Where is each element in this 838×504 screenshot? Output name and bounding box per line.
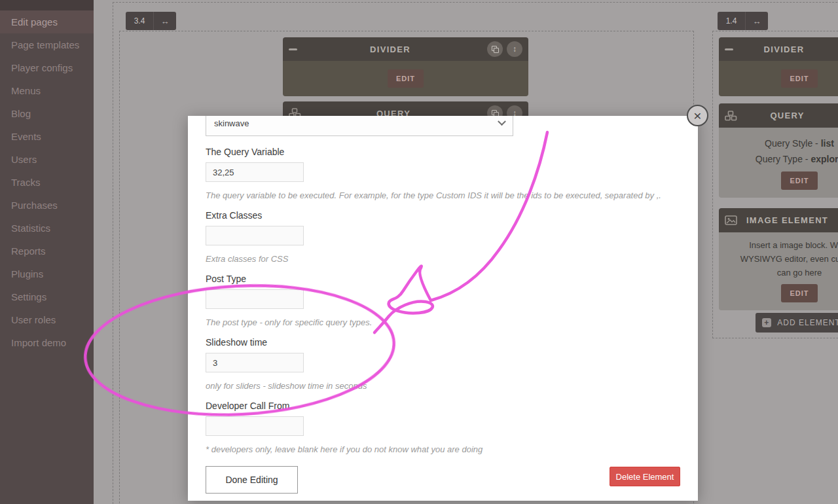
sidebar-item-events[interactable]: Events <box>0 125 94 148</box>
sidebar-top-strip <box>0 0 94 10</box>
select-value: skinwave <box>214 118 249 128</box>
developer-call-from-input[interactable] <box>206 416 304 436</box>
element-body: Query Style - list Query Type - explore … <box>719 128 838 198</box>
element-body: EDIT <box>283 61 528 96</box>
element-body: EDIT <box>719 61 838 96</box>
sidebar-item-blog[interactable]: Blog <box>0 102 94 125</box>
field-help-text: * developers only, leave blank here if y… <box>206 444 698 454</box>
image-icon <box>725 215 737 225</box>
edit-button[interactable]: EDIT <box>388 69 424 88</box>
field-help-text: The post type - only for specific query … <box>206 317 698 327</box>
field-label: Slideshow time <box>206 337 698 348</box>
element-body: Insert a image block. Write WYSIWYG edit… <box>719 232 838 310</box>
close-button[interactable]: × <box>687 105 708 126</box>
collapse-handle[interactable] <box>725 48 733 50</box>
query-style-select[interactable]: skinwave <box>206 116 513 136</box>
delete-element-button[interactable]: Delete Element <box>610 467 680 486</box>
element-title: DIVIDER <box>297 45 483 54</box>
field-group-post-type: Post Type The post type - only for speci… <box>206 274 698 327</box>
move-vertical-icon: ↕ <box>513 45 517 54</box>
query-variable-input[interactable] <box>206 162 304 182</box>
sidebar-item-menus[interactable]: Menus <box>0 79 94 102</box>
sidebar-item-purchases[interactable]: Purchases <box>0 194 94 217</box>
query-summary: Query Style - list Query Type - explore <box>719 128 838 167</box>
sidebar-item-users[interactable]: Users <box>0 148 94 171</box>
sidebar-item-import-demo[interactable]: Import demo <box>0 331 94 354</box>
image-element-right: IMAGE ELEMENT ↕ Insert a image block. Wr… <box>719 208 838 310</box>
sidebar-item-settings[interactable]: Settings <box>0 285 94 308</box>
edit-button[interactable]: EDIT <box>781 171 817 190</box>
add-element-label: ADD ELEMENT <box>777 318 838 327</box>
element-header: IMAGE ELEMENT ↕ <box>719 208 838 232</box>
column-width-value: 3.4 <box>126 16 153 26</box>
duplicate-button[interactable] <box>487 41 503 57</box>
divider-element-left: DIVIDER ↕ EDIT <box>283 37 528 96</box>
field-group-query-variable: The Query Variable The query variable to… <box>206 147 698 200</box>
element-title: QUERY <box>740 111 835 120</box>
element-title: DIVIDER <box>733 45 835 54</box>
sidebar-item-statistics[interactable]: Statistics <box>0 217 94 240</box>
column-resize-handle[interactable]: ↔ <box>746 16 768 26</box>
field-label: Extra Classes <box>206 210 698 221</box>
field-help-text: The query variable to be executed. For e… <box>206 190 698 200</box>
column-left-badge: 3.4 ↔ <box>126 12 176 30</box>
close-icon: × <box>693 109 701 122</box>
field-label: The Query Variable <box>206 147 698 157</box>
element-header: DIVIDER ↕ <box>283 37 528 61</box>
sidebar-item-tracks[interactable]: Tracks <box>0 171 94 194</box>
sidebar-item-edit-pages[interactable]: Edit pages <box>0 10 94 33</box>
sidebar: Edit pages Page templates Player configs… <box>0 0 94 504</box>
column-right-badge: 1.4 ↔ <box>718 12 768 30</box>
duplicate-icon <box>492 46 499 53</box>
add-element-button[interactable]: + ADD ELEMENT <box>756 313 838 333</box>
move-button[interactable]: ↕ <box>507 41 522 57</box>
element-header: DIVIDER ↕ <box>719 37 838 61</box>
query-style-line: Query Style - list <box>719 135 838 151</box>
field-label: Developer Call From <box>206 401 698 411</box>
slideshow-time-input[interactable] <box>206 353 304 372</box>
chevron-down-icon <box>498 117 506 126</box>
sidebar-item-page-templates[interactable]: Page templates <box>0 33 94 56</box>
field-group-slideshow-time: Slideshow time only for sliders - slides… <box>206 337 698 391</box>
field-help-text: only for sliders - slideshow time in sec… <box>206 381 698 391</box>
collapse-handle[interactable] <box>289 48 297 50</box>
sidebar-item-reports[interactable]: Reports <box>0 240 94 262</box>
field-help-text: Extra classes for CSS <box>206 254 698 264</box>
column-resize-handle[interactable]: ↔ <box>154 16 176 26</box>
edit-button[interactable]: EDIT <box>781 69 817 88</box>
done-editing-button[interactable]: Done Editing <box>206 466 298 494</box>
element-title: IMAGE ELEMENT <box>740 215 835 225</box>
sidebar-item-player-configs[interactable]: Player configs <box>0 56 94 79</box>
element-header: QUERY ↕ <box>719 103 838 128</box>
query-stack-icon <box>725 111 737 121</box>
column-width-value: 1.4 <box>718 16 745 26</box>
query-element-right: QUERY ↕ Query Style - list Query Type - … <box>719 103 838 198</box>
field-group-extra-classes: Extra Classes Extra classes for CSS <box>206 210 698 264</box>
divider-element-right: DIVIDER ↕ EDIT <box>719 37 838 96</box>
sidebar-item-plugins[interactable]: Plugins <box>0 262 94 285</box>
field-label: Post Type <box>206 274 698 284</box>
plus-icon: + <box>762 318 771 327</box>
query-type-line: Query Type - explore <box>719 151 838 167</box>
field-group-developer-call-from: Developer Call From * developers only, l… <box>206 401 698 454</box>
edit-button[interactable]: EDIT <box>781 284 817 302</box>
edit-element-modal: skinwave The Query Variable The query va… <box>188 116 698 501</box>
post-type-input[interactable] <box>206 289 304 309</box>
extra-classes-input[interactable] <box>206 226 304 245</box>
sidebar-item-user-roles[interactable]: User roles <box>0 308 94 331</box>
image-element-description: Insert a image block. Write WYSIWYG edit… <box>719 232 838 279</box>
